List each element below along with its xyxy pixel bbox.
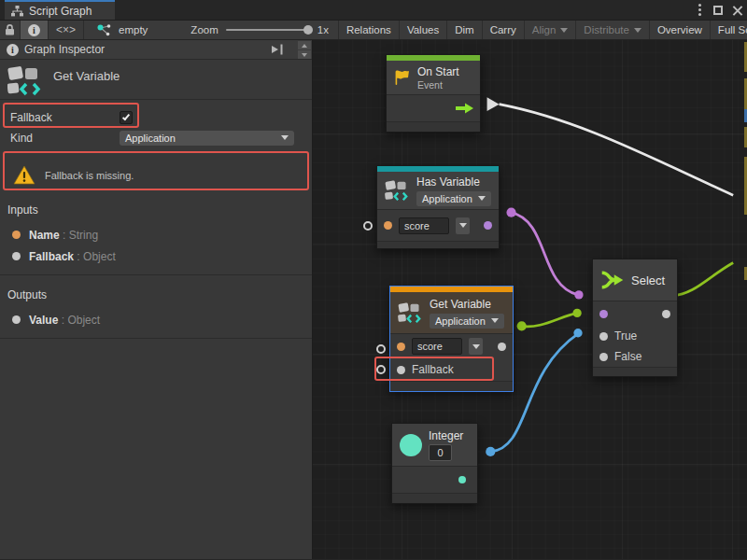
get-variable-fallback-row: Fallback bbox=[390, 358, 513, 381]
tab-title: Script Graph bbox=[29, 5, 92, 18]
inspector-toggle-button[interactable]: i bbox=[21, 21, 49, 39]
maximize-icon[interactable] bbox=[713, 6, 723, 15]
scroll-up-button[interactable] bbox=[298, 41, 311, 49]
select-header: Select bbox=[593, 259, 677, 301]
variables-icon bbox=[385, 179, 410, 203]
select-icon bbox=[600, 268, 625, 292]
variable-kind-value: Application bbox=[422, 193, 472, 204]
string-port-icon bbox=[12, 231, 21, 239]
integer-node[interactable]: Integer 0 bbox=[391, 423, 478, 504]
close-icon[interactable] bbox=[732, 5, 743, 16]
graph-canvas[interactable]: On Start Event bbox=[313, 40, 747, 559]
select-condition-row bbox=[593, 301, 677, 326]
selection-output-port[interactable] bbox=[662, 310, 670, 318]
select-node[interactable]: Select True False bbox=[592, 259, 678, 377]
zoom-slider[interactable] bbox=[226, 29, 310, 31]
lock-button[interactable] bbox=[0, 21, 21, 39]
variable-name-input[interactable]: score bbox=[412, 338, 462, 355]
inspector-title: Graph Inspector bbox=[24, 43, 105, 56]
tab-bar: Script Graph bbox=[0, 0, 747, 20]
distribute-button[interactable]: Distribute bbox=[576, 21, 650, 39]
variable-picker-button[interactable] bbox=[456, 217, 470, 234]
has-variable-body: score bbox=[377, 210, 499, 241]
node-title: Select bbox=[631, 273, 665, 287]
object-port-icon bbox=[12, 315, 21, 324]
on-start-node[interactable]: On Start Event bbox=[386, 54, 481, 133]
result-output-port[interactable] bbox=[484, 221, 492, 230]
wire-on-start-trigger[interactable] bbox=[487, 97, 734, 195]
value-output-port[interactable] bbox=[498, 343, 506, 351]
variable-picker-button[interactable] bbox=[469, 338, 483, 355]
trigger-output-port[interactable] bbox=[456, 103, 473, 114]
name-input-port[interactable] bbox=[397, 343, 405, 351]
select-true-row: True bbox=[593, 326, 677, 346]
object-port-icon bbox=[12, 252, 21, 260]
get-variable-name-row: score bbox=[390, 334, 513, 358]
unconnected-port-ring bbox=[363, 221, 373, 231]
kind-property-row: Kind Application bbox=[0, 129, 312, 147]
node-footer bbox=[392, 493, 477, 503]
zoom-control: Zoom 1x bbox=[181, 21, 339, 39]
fallback-property-row: Fallback bbox=[0, 105, 312, 129]
dim-button[interactable]: Dim bbox=[447, 21, 482, 39]
integer-output-port[interactable] bbox=[458, 476, 466, 483]
node-title: On Start bbox=[417, 65, 459, 78]
arrow-up-icon bbox=[302, 44, 307, 48]
false-port-label: False bbox=[614, 350, 641, 363]
scroll-down-button[interactable] bbox=[298, 50, 311, 59]
integer-value-input[interactable]: 0 bbox=[429, 444, 452, 461]
false-input-port[interactable] bbox=[599, 353, 608, 361]
true-input-port[interactable] bbox=[599, 332, 608, 341]
chevron-down-icon bbox=[478, 196, 486, 201]
on-start-header: On Start Event bbox=[387, 61, 480, 95]
chevron-down-icon bbox=[281, 135, 289, 140]
section-divider bbox=[0, 274, 312, 275]
chevron-down-icon bbox=[560, 28, 568, 33]
info-icon: i bbox=[28, 24, 40, 36]
variable-name-input[interactable]: score bbox=[399, 217, 449, 234]
output-row-value: Value : Object bbox=[0, 309, 312, 330]
script-graph-tab[interactable]: Script Graph bbox=[5, 0, 115, 20]
integer-body bbox=[392, 467, 477, 493]
node-title: Has Variable bbox=[416, 175, 491, 189]
values-button[interactable]: Values bbox=[400, 21, 447, 39]
name-input-port[interactable] bbox=[384, 221, 392, 230]
kind-property-label: Kind bbox=[10, 132, 120, 145]
kind-dropdown-value: Application bbox=[125, 133, 176, 144]
align-button[interactable]: Align bbox=[525, 21, 577, 39]
true-port-label: True bbox=[614, 329, 637, 343]
graph-inspector-panel: i Graph Inspector bbox=[0, 40, 313, 559]
condition-input-port[interactable] bbox=[599, 310, 608, 318]
relations-button[interactable]: Relations bbox=[339, 21, 400, 39]
empty-graph-icon bbox=[97, 24, 112, 36]
node-footer bbox=[593, 367, 677, 376]
overview-button[interactable]: Overview bbox=[650, 21, 711, 39]
carry-button[interactable]: Carry bbox=[483, 21, 525, 39]
graph-breadcrumb[interactable]: empty bbox=[84, 21, 161, 39]
has-variable-node[interactable]: Has Variable Application score bbox=[376, 165, 500, 249]
flag-icon bbox=[394, 69, 411, 86]
variable-kind-value: Application bbox=[435, 315, 486, 327]
window-menu-icon[interactable] bbox=[698, 8, 701, 11]
node-title: Get Variable bbox=[430, 298, 504, 311]
unit-title: Get Variable bbox=[53, 69, 120, 99]
variable-kind-dropdown[interactable]: Application bbox=[430, 314, 504, 329]
code-preview-button[interactable]: <×> bbox=[49, 21, 84, 39]
wire-get-variable-to-select-true[interactable] bbox=[517, 309, 582, 331]
zoom-slider-handle[interactable] bbox=[303, 25, 313, 35]
unconnected-port-ring bbox=[376, 365, 386, 374]
warning-text: Fallback is missing. bbox=[45, 170, 134, 181]
dock-panel-button[interactable] bbox=[271, 44, 285, 55]
node-footer bbox=[377, 241, 499, 248]
node-footer bbox=[387, 121, 480, 132]
get-variable-node[interactable]: Get Variable Application score Fal bbox=[389, 286, 514, 392]
variable-kind-dropdown[interactable]: Application bbox=[416, 191, 491, 206]
fallback-input-port[interactable] bbox=[397, 366, 405, 374]
chevron-down-icon bbox=[472, 344, 480, 349]
kind-dropdown[interactable]: Application bbox=[120, 131, 294, 146]
wire-has-variable-to-select[interactable] bbox=[506, 208, 583, 300]
inputs-section-title: Inputs bbox=[0, 203, 312, 217]
warning-icon bbox=[13, 165, 35, 186]
full-screen-button[interactable]: Full Screen bbox=[711, 21, 747, 39]
fallback-checkbox[interactable] bbox=[120, 111, 133, 124]
